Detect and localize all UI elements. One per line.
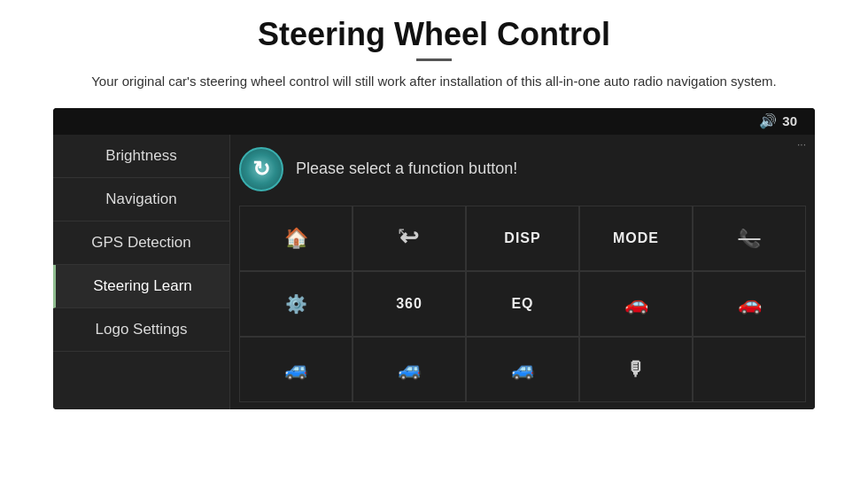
btn-mode[interactable]: MODE (579, 206, 693, 271)
car-screen: 🔊 30 Brightness Navigation GPS Detection… (53, 108, 815, 409)
header-row: ↻ Please select a function button! (239, 142, 806, 197)
small-dots: ··· (797, 138, 806, 151)
btn-back[interactable]: ↩ (353, 206, 466, 271)
btn-empty (693, 337, 806, 402)
btn-tune[interactable]: ⚙️ (239, 271, 353, 337)
sidebar-item-logo[interactable]: Logo Settings (53, 308, 229, 352)
volume-value: 30 (782, 113, 797, 128)
screen-main: Brightness Navigation GPS Detection Stee… (53, 135, 815, 409)
refresh-button[interactable]: ↻ (239, 147, 283, 191)
page-subtitle: Your original car's steering wheel contr… (91, 72, 777, 92)
menu-sidebar: Brightness Navigation GPS Detection Stee… (53, 135, 230, 409)
btn-car3[interactable]: 🚙 (239, 337, 353, 402)
prompt-text: Please select a function button! (296, 159, 517, 178)
top-right-icons: ··· (797, 138, 806, 151)
btn-car1[interactable]: 🚗 (579, 271, 693, 337)
car4-icon: 🚙 (398, 358, 422, 381)
btn-home[interactable]: 🏠 (239, 206, 353, 271)
car3-icon: 🚙 (284, 358, 308, 381)
call-cancel-icon: 📞 (739, 228, 761, 249)
btn-car4[interactable]: 🚙 (353, 337, 466, 402)
content-area: ↖ ··· ↻ Please select a function button! (230, 135, 815, 409)
btn-360[interactable]: 360 (353, 271, 466, 337)
page-title: Steering Wheel Control (258, 16, 610, 53)
car2-icon: 🚗 (738, 292, 762, 315)
title-divider (416, 58, 452, 61)
car1-icon: 🚗 (624, 292, 648, 315)
sidebar-item-gps[interactable]: GPS Detection (53, 222, 229, 265)
btn-mic[interactable]: 🎙 (579, 337, 693, 402)
btn-car5[interactable]: 🚙 (466, 337, 579, 402)
car5-icon: 🚙 (511, 358, 535, 381)
function-grid: 🏠 ↩ DISP MODE 📞 (239, 206, 806, 402)
sidebar-item-brightness[interactable]: Brightness (53, 135, 229, 178)
sidebar-item-steering-learn[interactable]: Steering Learn (53, 265, 229, 308)
btn-car2[interactable]: 🚗 (693, 271, 806, 337)
btn-eq[interactable]: EQ (466, 271, 579, 337)
mic-icon: 🎙 (626, 358, 646, 381)
volume-icon: 🔊 (759, 113, 777, 129)
btn-disp[interactable]: DISP (466, 206, 579, 271)
screen-topbar: 🔊 30 (53, 108, 815, 135)
sidebar-item-navigation[interactable]: Navigation (53, 178, 229, 222)
back-icon: ↩ (399, 224, 419, 252)
btn-call-cancel[interactable]: 📞 (693, 206, 806, 271)
refresh-icon: ↻ (252, 157, 270, 182)
tune-icon: ⚙️ (285, 293, 307, 315)
home-icon: 🏠 (284, 227, 308, 250)
